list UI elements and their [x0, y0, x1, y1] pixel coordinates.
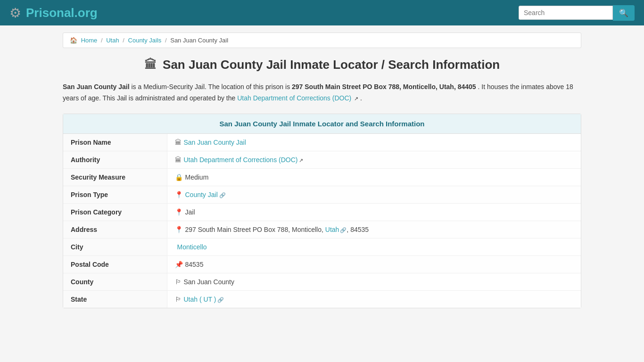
table-cell-label: City — [63, 238, 167, 255]
cell-value-link[interactable]: Utah Department of Corrections (DOC) — [184, 156, 298, 164]
table-row: Prison Category📍Jail — [63, 203, 581, 221]
table-cell-value: 📍Jail — [167, 203, 581, 221]
logo-text: Prisonal.org — [26, 6, 98, 20]
info-section-header: San Juan County Jail Inmate Locator and … — [63, 114, 581, 134]
table-cell-value: 🏛San Juan County Jail — [167, 134, 581, 151]
cell-icon: 🏳 — [175, 296, 182, 303]
data-table: Prison Name🏛San Juan County JailAuthorit… — [63, 134, 581, 308]
search-input[interactable] — [519, 6, 613, 20]
ext-icon: ↗ — [299, 157, 303, 163]
page-title-area: 🏛 San Juan County Jail Inmate Locator / … — [63, 58, 581, 72]
info-section: San Juan County Jail Inmate Locator and … — [63, 114, 581, 308]
table-cell-value: 🏳San Juan County — [167, 273, 581, 290]
utah-link[interactable]: Utah — [325, 226, 339, 233]
cell-value-text: Jail — [185, 208, 195, 216]
search-area: 🔍 — [519, 5, 635, 21]
building-icon: 🏛 — [144, 58, 157, 72]
jail-name-bold: San Juan County Jail — [63, 83, 130, 90]
hash-icon: 🔗 — [217, 297, 224, 303]
cell-icon: 🏛 — [175, 156, 182, 164]
logo-link[interactable]: ⚙ Prisonal.org — [9, 5, 98, 21]
breadcrumb-sep-3: / — [165, 37, 167, 44]
logo-icon: ⚙ — [9, 5, 21, 21]
table-cell-value: 🏛Utah Department of Corrections (DOC)↗ — [167, 151, 581, 168]
table-cell-label: State — [63, 290, 167, 308]
cell-value-text: 84535 — [185, 261, 204, 268]
breadcrumb-home[interactable]: Home — [81, 37, 98, 44]
table-row: State🏳Utah ( UT )🔗 — [63, 290, 581, 308]
table-cell-value: 📍297 South Main Street PO Box 788, Monti… — [167, 221, 581, 238]
cell-icon: 🔒 — [175, 173, 183, 181]
table-row: Address📍297 South Main Street PO Box 788… — [63, 221, 581, 238]
table-row: County🏳San Juan County — [63, 273, 581, 290]
search-button[interactable]: 🔍 — [613, 5, 635, 21]
table-cell-value: 📌84535 — [167, 255, 581, 273]
table-cell-label: Prison Name — [63, 134, 167, 151]
doc-link[interactable]: Utah Department of Corrections (DOC) — [237, 94, 351, 102]
cell-value-link[interactable]: Utah ( UT ) — [184, 296, 216, 303]
desc-part1: is a Medium-Security Jail. The location … — [131, 83, 292, 90]
utah-hash-icon: 🔗 — [340, 227, 347, 233]
table-cell-label: County — [63, 273, 167, 290]
cell-icon: 🏳 — [175, 278, 182, 286]
main-content: 🏠 Home / Utah / County Jails / San Juan … — [53, 25, 591, 325]
description-paragraph: San Juan County Jail is a Medium-Securit… — [63, 82, 581, 104]
breadcrumb: 🏠 Home / Utah / County Jails / San Juan … — [63, 33, 581, 48]
table-cell-value: Monticello — [167, 238, 581, 255]
table-cell-label: Authority — [63, 151, 167, 168]
breadcrumb-sep-1: / — [101, 37, 103, 44]
cell-icon: 📌 — [175, 261, 183, 268]
cell-value-link[interactable]: San Juan County Jail — [184, 139, 246, 146]
cell-icon: 📍 — [175, 226, 183, 233]
logo-text-accent: .org — [74, 6, 98, 20]
cell-value-text: Medium — [185, 173, 209, 181]
cell-value-text: San Juan County — [184, 278, 234, 286]
page-title: 🏛 San Juan County Jail Inmate Locator / … — [63, 58, 581, 72]
table-cell-label: Security Measure — [63, 168, 167, 186]
desc-end: . — [360, 94, 362, 102]
table-cell-label: Prison Type — [63, 186, 167, 203]
table-cell-label: Address — [63, 221, 167, 238]
table-cell-value: 📍County Jail🔗 — [167, 186, 581, 203]
cell-icon: 📍 — [175, 191, 183, 198]
breadcrumb-utah[interactable]: Utah — [106, 37, 119, 44]
cell-icon: 🏛 — [175, 139, 182, 146]
hash-icon: 🔗 — [219, 192, 226, 198]
cell-icon: 📍 — [175, 208, 183, 216]
table-row: Prison Type📍County Jail🔗 — [63, 186, 581, 203]
table-cell-value: 🔒Medium — [167, 168, 581, 186]
site-header: ⚙ Prisonal.org 🔍 — [0, 0, 644, 25]
breadcrumb-sep-2: / — [123, 37, 124, 44]
table-cell-value: 🏳Utah ( UT )🔗 — [167, 290, 581, 308]
table-row: Prison Name🏛San Juan County Jail — [63, 134, 581, 151]
table-cell-label: Postal Code — [63, 255, 167, 273]
breadcrumb-current: San Juan County Jail — [170, 37, 228, 44]
table-row: Authority🏛Utah Department of Corrections… — [63, 151, 581, 168]
logo-text-main: Prisonal — [26, 6, 74, 20]
breadcrumb-county-jails[interactable]: County Jails — [128, 37, 162, 44]
address-bold: 297 South Main Street PO Box 788, Montic… — [292, 83, 476, 90]
table-row: Security Measure🔒Medium — [63, 168, 581, 186]
ext-link-icon: ↗ — [354, 96, 358, 101]
cell-value-link[interactable]: County Jail — [185, 191, 218, 198]
table-row: Postal Code📌84535 — [63, 255, 581, 273]
home-icon: 🏠 — [70, 37, 77, 44]
table-cell-label: Prison Category — [63, 203, 167, 221]
table-row: CityMonticello — [63, 238, 581, 255]
cell-value-link[interactable]: Monticello — [177, 243, 207, 251]
